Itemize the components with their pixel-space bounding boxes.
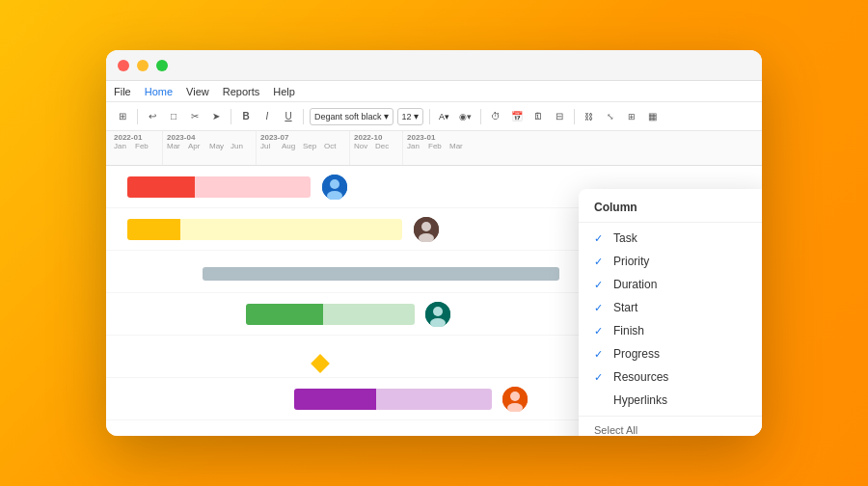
month-jan-2: Jan [407,142,428,150]
columns-icon[interactable]: ⊞ [623,108,640,125]
column-finish-item[interactable]: ✓ Finish [579,319,762,342]
column-priority-item[interactable]: ✓ Priority [579,250,762,273]
month-oct: Oct [324,142,345,150]
gantt-area: 2022-01 Jan Feb 2023-04 Mar Apr May Jun [106,131,762,436]
select-all-action[interactable]: Select All [579,420,762,436]
column-priority-label: Priority [613,255,649,268]
menu-help[interactable]: Help [273,86,295,97]
maximize-button[interactable] [156,60,168,71]
year-label-2: 2023-04 [167,133,252,142]
year-label-3: 2023-07 [260,133,345,142]
separator-5 [480,109,481,124]
check-icon-progress: ✓ [594,348,606,360]
font-size-dropdown[interactable]: 12 ▾ [397,108,423,125]
column-progress-item[interactable]: ✓ Progress [579,342,762,365]
menu-home[interactable]: Home [145,86,173,97]
highlight-icon[interactable]: ◉▾ [457,108,475,125]
column-resources-label: Resources [613,370,668,384]
cut-icon[interactable]: ✂ [186,108,203,125]
column-task-item[interactable]: ✓ Task [579,227,762,250]
check-icon-task: ✓ [594,232,606,244]
column-hyperlinks-item[interactable]: Hyperlinks [579,389,762,412]
column-menu-header: Column [579,197,762,223]
menu-bar: File Home View Reports Help [106,81,762,102]
save-icon[interactable]: □ [165,108,182,125]
svg-point-10 [510,392,520,401]
avatar-row1 [322,175,347,200]
avatar-row6 [502,387,528,412]
resize-icon[interactable]: ⤡ [602,108,619,125]
svg-point-4 [421,222,431,231]
avatar-row2 [414,217,439,242]
check-icon-duration: ✓ [594,279,606,290]
date-icon[interactable]: 🗓 [529,108,547,125]
month-feb-2: Feb [428,142,449,150]
gantt-bar-row1[interactable] [127,176,312,198]
bar-completed-row2 [127,219,180,240]
separator-3 [303,109,304,124]
month-dec: Dec [375,142,396,150]
font-family-dropdown[interactable]: Degant soft black ▾ [310,108,393,125]
month-may: May [209,142,231,150]
month-mar-2: Mar [449,142,471,150]
check-icon-finish: ✓ [594,325,606,337]
clock-icon[interactable]: ⏱ [487,108,504,125]
check-icon-priority: ✓ [594,256,606,267]
italic-icon[interactable]: I [258,108,276,125]
column-menu-actions: Select All Deselect All [579,416,762,436]
gantt-bar-row3[interactable] [203,261,559,283]
check-icon-resources: ✓ [594,371,606,383]
column-start-item[interactable]: ✓ Start [579,296,762,319]
separator-2 [231,109,231,124]
month-sep: Sep [303,142,324,150]
month-jan: Jan [114,142,135,150]
bar-remaining-row6 [376,389,492,410]
month-mar-1: Mar [167,142,188,150]
separator-1 [137,109,138,124]
toolbar: ⊞ ↩ □ ✂ ➤ B I U Degant soft black ▾ 12 ▾… [106,102,762,131]
month-nov: Nov [354,142,375,150]
bar-completed-row1 [127,176,195,198]
view-icon[interactable]: ⊞ [114,108,131,125]
column-duration-item[interactable]: ✓ Duration [579,273,762,296]
minimize-button[interactable] [137,60,149,71]
menu-file[interactable]: File [114,86,131,97]
menu-reports[interactable]: Reports [223,86,260,97]
bar-remaining-row4 [323,304,415,325]
svg-point-7 [433,307,443,316]
menu-view[interactable]: View [186,86,209,97]
bar-full-row3 [203,267,559,281]
avatar-row4 [425,302,450,327]
bar-remaining-row1 [195,176,311,198]
app-window: File Home View Reports Help ⊞ ↩ □ ✂ ➤ B … [106,50,762,436]
column-duration-label: Duration [613,278,657,291]
check-icon-start: ✓ [594,302,606,313]
bar-completed-row4 [246,304,323,325]
gantt-bar-row4[interactable] [246,304,417,325]
title-bar [106,50,762,81]
undo-icon[interactable]: ↩ [144,108,161,125]
separator-4 [429,109,430,124]
timeline-header: 2022-01 Jan Feb 2023-04 Mar Apr May Jun [106,131,762,166]
gantt-bar-row6[interactable] [294,389,494,410]
column-resources-item[interactable]: ✓ Resources [579,365,762,389]
send-icon[interactable]: ➤ [207,108,225,125]
underline-icon[interactable]: U [280,108,297,125]
gantt-bar-row2[interactable] [127,219,404,240]
close-button[interactable] [118,60,129,71]
column-finish-label: Finish [613,324,644,338]
calendar-icon[interactable]: 📅 [508,108,526,125]
table-icon[interactable]: ⊟ [551,108,568,125]
month-feb-1: Feb [135,142,156,150]
month-apr: Apr [188,142,209,150]
month-jun: Jun [231,142,252,150]
grid-icon[interactable]: ▦ [644,108,662,125]
svg-point-1 [330,179,339,189]
year-label-1: 2022-01 [114,133,158,142]
bold-icon[interactable]: B [237,108,255,125]
link-icon[interactable]: ⛓ [581,108,598,125]
column-progress-label: Progress [613,347,660,361]
column-menu-popup: Column ✓ Task ✓ Priority ✓ Duration ✓ St… [579,189,762,436]
column-task-label: Task [613,231,637,245]
font-color-icon[interactable]: A▾ [436,108,453,125]
